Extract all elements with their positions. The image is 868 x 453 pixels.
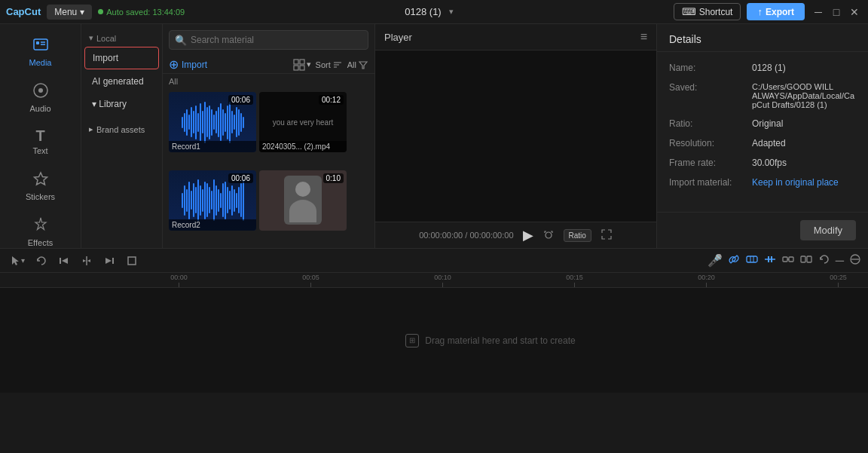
toolbar-item-media[interactable]: Media	[5, 30, 76, 73]
svg-rect-14	[294, 60, 298, 64]
zoom-button[interactable]	[848, 253, 862, 269]
top-bar: CapCut Menu ▾ Auto saved: 13:44:09 0128 …	[0, 0, 868, 24]
maximize-button[interactable]: □	[829, 5, 844, 20]
shortcut-button[interactable]: ⌨ Shortcut	[674, 3, 741, 20]
audio-icon	[32, 82, 49, 101]
top-bar-left: CapCut Menu ▾ Auto saved: 13:44:09	[6, 5, 185, 20]
ruler-mark-3: 00:15	[509, 274, 640, 287]
timeline-body: ⊞ Drag material here and start to create	[0, 288, 868, 393]
media-item-name: Record1	[169, 141, 256, 152]
search-bar: 🔍	[163, 24, 374, 56]
import-plus-icon: ⊕	[169, 57, 179, 72]
toolbar-item-text[interactable]: T Text	[5, 122, 76, 161]
modify-button[interactable]: Modify	[800, 220, 856, 240]
ruler-mark-4: 00:20	[640, 274, 772, 287]
svg-rect-41	[807, 256, 811, 262]
cursor-tool-button[interactable]: ▾	[6, 253, 28, 268]
svg-rect-30	[128, 257, 136, 265]
toolbar-item-audio[interactable]: Audio	[5, 76, 76, 119]
detail-label-framerate: Frame rate:	[669, 158, 752, 168]
detail-row-saved: Saved: C:/Users/GOOD WILL ALWAYS/AppData…	[657, 78, 868, 114]
toolbar-label-media: Media	[29, 58, 52, 67]
player-menu-button[interactable]: ≡	[640, 30, 647, 44]
link-button[interactable]	[727, 253, 741, 269]
toolbar-item-effects[interactable]: Effects	[5, 210, 76, 253]
svg-marker-6	[34, 173, 47, 185]
sidebar-item-import[interactable]: Import	[84, 47, 159, 69]
mic-button[interactable]: 🎤	[708, 253, 723, 268]
undo2-button[interactable]	[818, 253, 831, 269]
svg-point-22	[546, 232, 552, 238]
svg-rect-15	[300, 60, 304, 64]
app-logo: CapCut	[6, 6, 41, 17]
close-button[interactable]: ✕	[847, 5, 862, 20]
media-panel: ▾ Local Import AI generated ▾ Library	[81, 24, 375, 248]
detail-row-import-material: Import material: Keep in original place	[657, 173, 868, 192]
ruler-marks: 00:00 00:05 00:10 00:15 00:20	[113, 273, 868, 287]
media-item-video2[interactable]: you are very heart 00:12 20240305... (2)…	[259, 92, 347, 152]
filter-all-button[interactable]: All	[347, 60, 368, 70]
window-controls: ─ □ ✕	[811, 5, 862, 20]
timeline-controls: ▾ 🎤	[0, 248, 868, 272]
undo-button[interactable]	[32, 253, 50, 268]
brand-assets-label[interactable]: ▸ Brand assets	[84, 121, 159, 137]
svg-rect-28	[112, 258, 114, 264]
import-button[interactable]: ⊕ Import	[169, 57, 207, 72]
project-title: 0128 (1) ▾	[405, 6, 453, 17]
drag-hint-text: Drag material here and start to create	[425, 335, 575, 346]
menu-button[interactable]: Menu ▾	[47, 5, 92, 20]
media-toolbar: ⊕ Import ▾ Sort	[163, 56, 374, 74]
media-grid-label: All	[163, 74, 374, 89]
local-section-label[interactable]: ▾ Local	[81, 30, 162, 46]
ruler-mark-1: 00:05	[245, 274, 377, 287]
back-frame-button[interactable]	[55, 253, 73, 268]
media-item-person[interactable]: 0:10	[259, 170, 347, 231]
sidebar-item-ai-generated[interactable]: AI generated	[84, 71, 159, 92]
mirror-button[interactable]	[799, 253, 813, 269]
detail-row-resolution: Resolution: Adapted	[657, 133, 868, 153]
ruler-mark-0: 00:00	[113, 274, 245, 287]
sidebar-item-library[interactable]: ▾ Library	[84, 93, 159, 115]
svg-marker-26	[83, 259, 86, 262]
forward-frame-button[interactable]	[100, 253, 118, 268]
trim-button[interactable]	[763, 253, 777, 269]
detail-value-framerate: 30.00fps	[752, 158, 856, 168]
media-item-duration: 00:06	[228, 95, 253, 105]
detail-value-import-material: Keep in original place	[752, 177, 856, 188]
media-toolbar-right: ▾ Sort All	[293, 59, 368, 71]
ratio-button[interactable]: Ratio	[564, 229, 591, 242]
player-screen	[375, 51, 656, 222]
media-item-duration: 00:12	[319, 95, 344, 105]
media-item-record1[interactable]: 00:06 Record1	[169, 92, 256, 152]
volume-button[interactable]: ─	[836, 254, 844, 268]
media-item-record2[interactable]: 00:06 Record2	[169, 170, 256, 231]
fullscreen-button[interactable]	[601, 228, 613, 243]
auto-saved-dot	[98, 9, 103, 14]
split-button[interactable]	[78, 253, 96, 268]
detail-value-saved: C:/Users/GOOD WILL ALWAYS/AppData/Local/…	[752, 82, 856, 109]
svg-rect-38	[789, 257, 793, 262]
ruler-mark-2: 00:10	[377, 274, 509, 287]
auto-saved-status: Auto saved: 13:44:09	[98, 8, 185, 17]
sort-button[interactable]: Sort	[316, 60, 343, 70]
crop-button[interactable]	[123, 253, 141, 268]
ruler-mark-5: 00:25	[772, 274, 868, 287]
toolbar-label-effects: Effects	[28, 238, 53, 247]
player-header: Player ≡	[375, 24, 656, 51]
svg-rect-35	[768, 256, 769, 262]
grid-view-button[interactable]: ▾	[293, 59, 311, 71]
media-item-duration: 00:06	[228, 173, 253, 183]
track-button[interactable]	[745, 253, 759, 269]
search-input[interactable]	[169, 30, 368, 50]
export-button[interactable]: ↑ Export	[747, 3, 805, 20]
link2-button[interactable]	[781, 253, 795, 269]
player-controls: 00:00:00:00 / 00:00:00:00 ▶ Ratio	[375, 222, 656, 248]
search-icon: 🔍	[175, 35, 187, 46]
detail-row-framerate: Frame rate: 30.00fps	[657, 153, 868, 173]
play-button[interactable]: ▶	[523, 227, 533, 243]
minimize-button[interactable]: ─	[811, 5, 826, 20]
snapshot-button[interactable]	[542, 228, 555, 243]
svg-marker-27	[87, 259, 90, 262]
toolbar-item-stickers[interactable]: Stickers	[5, 164, 76, 207]
media-icon	[32, 36, 49, 55]
